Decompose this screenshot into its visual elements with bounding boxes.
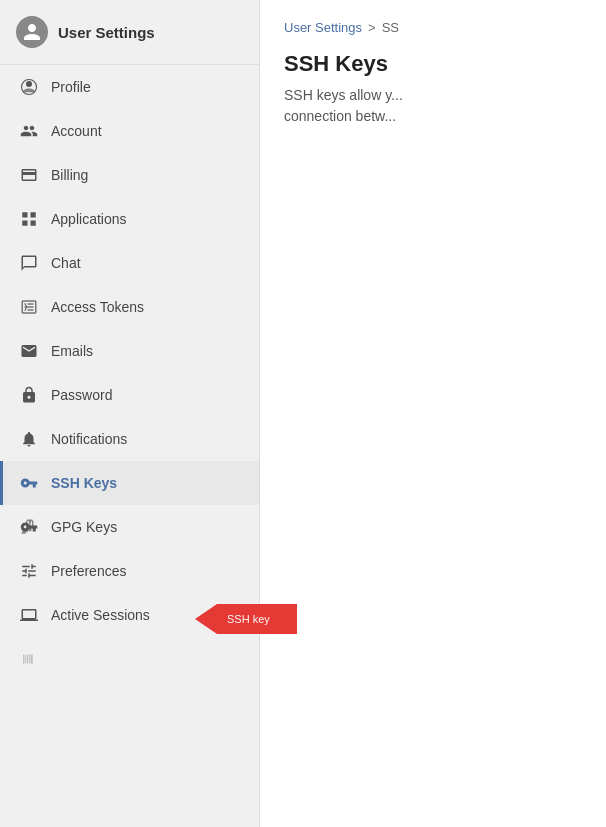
sidebar-item-collab[interactable] — [0, 637, 259, 681]
sidebar-item-gpg-keys[interactable]: GPG Keys — [0, 505, 259, 549]
page-title: SSH Keys — [284, 51, 582, 77]
lock-icon — [19, 385, 39, 405]
person-icon — [22, 22, 42, 42]
sidebar-item-notifications[interactable]: Notifications — [0, 417, 259, 461]
breadcrumb-separator: > — [368, 20, 376, 35]
credit-card-icon — [19, 165, 39, 185]
sidebar-item-access-tokens[interactable]: Access Tokens — [0, 285, 259, 329]
breadcrumb-parent[interactable]: User Settings — [284, 20, 362, 35]
sidebar-item-ssh-keys[interactable]: SSH Keys — [0, 461, 259, 505]
sidebar-label-emails: Emails — [51, 343, 93, 359]
sidebar-item-chat[interactable]: Chat — [0, 241, 259, 285]
sidebar-label-applications: Applications — [51, 211, 127, 227]
sidebar-label-notifications: Notifications — [51, 431, 127, 447]
sidebar-item-password[interactable]: Password — [0, 373, 259, 417]
email-icon — [19, 341, 39, 361]
terminal-icon — [19, 297, 39, 317]
chat-icon — [19, 253, 39, 273]
page-description: SSH keys allow y...connection betw... — [284, 85, 582, 127]
sidebar-item-preferences[interactable]: Preferences — [0, 549, 259, 593]
annotation-label: SSH key — [260, 613, 270, 625]
sidebar-item-emails[interactable]: Emails — [0, 329, 259, 373]
gpg-key-icon — [19, 517, 39, 537]
sidebar-item-applications[interactable]: Applications — [0, 197, 259, 241]
collab-icon — [19, 649, 39, 669]
sidebar: User Settings Profile Account Billing Ap… — [0, 0, 260, 827]
sidebar-label-billing: Billing — [51, 167, 88, 183]
ssh-key-icon — [19, 473, 39, 493]
sidebar-label-profile: Profile — [51, 79, 91, 95]
monitor-icon — [19, 605, 39, 625]
sidebar-label-ssh-keys: SSH Keys — [51, 475, 117, 491]
breadcrumb: User Settings > SS — [284, 20, 582, 35]
main-content: User Settings > SS SSH Keys SSH keys all… — [260, 0, 606, 827]
sidebar-label-active-sessions: Active Sessions — [51, 607, 150, 623]
sidebar-header: User Settings — [0, 0, 259, 65]
sidebar-label-gpg-keys: GPG Keys — [51, 519, 117, 535]
sidebar-label-password: Password — [51, 387, 112, 403]
sidebar-label-chat: Chat — [51, 255, 81, 271]
ssh-key-annotation: SSH key — [260, 604, 297, 634]
sidebar-item-billing[interactable]: Billing — [0, 153, 259, 197]
svg-point-0 — [26, 81, 32, 87]
bell-icon — [19, 429, 39, 449]
sidebar-item-profile[interactable]: Profile — [0, 65, 259, 109]
sliders-icon — [19, 561, 39, 581]
sidebar-label-account: Account — [51, 123, 102, 139]
sidebar-title: User Settings — [58, 24, 155, 41]
people-icon — [19, 121, 39, 141]
avatar — [16, 16, 48, 48]
sidebar-label-preferences: Preferences — [51, 563, 126, 579]
sidebar-label-access-tokens: Access Tokens — [51, 299, 144, 315]
person-circle-icon — [19, 77, 39, 97]
sidebar-item-account[interactable]: Account — [0, 109, 259, 153]
grid-icon — [19, 209, 39, 229]
breadcrumb-current: SS — [382, 20, 399, 35]
